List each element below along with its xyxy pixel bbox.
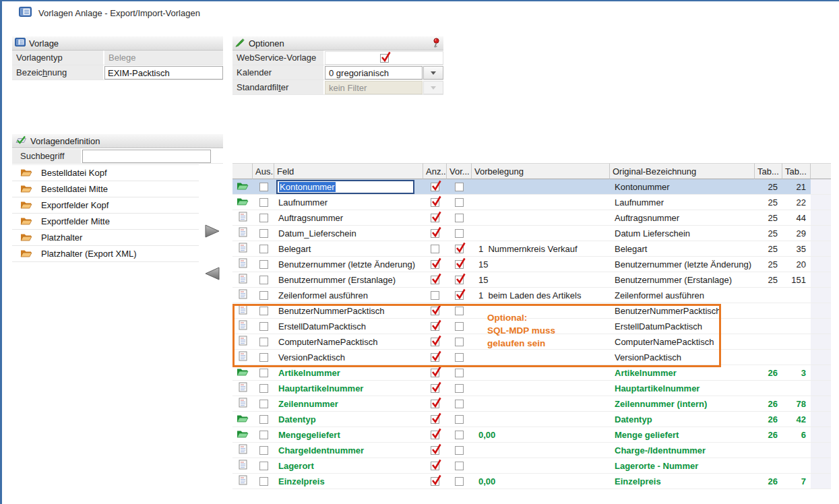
- checkbox[interactable]: [431, 338, 439, 346]
- bezeichnung-input[interactable]: [104, 66, 223, 80]
- column-header[interactable]: Vorbelegung: [472, 163, 610, 179]
- checkbox[interactable]: [455, 229, 464, 238]
- checkbox[interactable]: [431, 400, 439, 408]
- table-row[interactable]: ErstellDatumPacktischErstellDatumPacktis…: [232, 319, 831, 334]
- checkbox[interactable]: [431, 183, 439, 191]
- checkbox[interactable]: [259, 198, 268, 207]
- folder-item[interactable]: Platzhalter: [12, 230, 199, 246]
- checkbox[interactable]: [259, 415, 268, 424]
- checkbox[interactable]: [455, 369, 464, 377]
- checkbox[interactable]: [455, 260, 464, 269]
- table-row[interactable]: ComputerNamePacktischComputerNamePacktis…: [232, 334, 831, 350]
- pushpin-icon[interactable]: [432, 38, 441, 51]
- checkbox[interactable]: [431, 353, 439, 362]
- checkbox[interactable]: [455, 338, 464, 346]
- checkbox[interactable]: [431, 307, 439, 315]
- table-row[interactable]: ChargeIdentnummerCharge-/Identnummer: [232, 443, 831, 458]
- checkbox[interactable]: [455, 431, 464, 439]
- column-header[interactable]: Tab...: [782, 163, 811, 179]
- checkbox[interactable]: [259, 214, 268, 222]
- checkbox[interactable]: [431, 198, 439, 207]
- column-header[interactable]: Aus...: [253, 163, 274, 179]
- checkbox[interactable]: [431, 477, 439, 486]
- checkbox[interactable]: [431, 384, 439, 393]
- webservice-checkbox[interactable]: [380, 54, 389, 63]
- table-row[interactable]: Einzelpreis0,00Einzelpreis267: [232, 474, 831, 489]
- checkbox[interactable]: [455, 307, 464, 315]
- checkbox[interactable]: [259, 183, 268, 191]
- table-row[interactable]: VersionPacktischVersionPacktisch: [232, 350, 831, 365]
- checkbox[interactable]: [259, 384, 268, 393]
- checkbox[interactable]: [455, 291, 464, 300]
- checkbox[interactable]: [431, 431, 439, 439]
- kalender-value[interactable]: 0 gregorianisch: [325, 66, 423, 80]
- table-row[interactable]: LagerortLagerorte - Nummer: [232, 458, 831, 474]
- checkbox[interactable]: [431, 260, 439, 269]
- folder-item[interactable]: Bestelldatei Kopf: [12, 165, 199, 181]
- checkbox[interactable]: [259, 446, 268, 455]
- checkbox[interactable]: [455, 446, 464, 455]
- checkbox[interactable]: [259, 462, 268, 470]
- checkbox[interactable]: [259, 431, 268, 439]
- column-header[interactable]: Original-Bezeichnung: [610, 163, 755, 179]
- folder-item[interactable]: Bestelldatei Mitte: [12, 181, 199, 197]
- checkbox[interactable]: [259, 276, 268, 284]
- feld-inline-editor[interactable]: Kontonummer: [276, 180, 414, 194]
- move-left-button[interactable]: [203, 265, 222, 282]
- table-row[interactable]: DatentypDatentyp2642: [232, 412, 831, 427]
- folder-item[interactable]: Exportfelder Mitte: [12, 214, 199, 230]
- table-row[interactable]: LaufnummerLaufnummer2522: [232, 195, 831, 210]
- table-row[interactable]: Benutzernummer (letzte Änderung)15Benutz…: [232, 257, 831, 272]
- checkbox[interactable]: [455, 322, 464, 331]
- checkbox[interactable]: [259, 245, 268, 253]
- table-row[interactable]: Zeilenformel ausführen1 beim Laden des A…: [232, 288, 831, 303]
- checkbox[interactable]: [431, 229, 439, 238]
- checkbox[interactable]: [259, 322, 268, 331]
- table-row[interactable]: KontonummerKontonummer2521: [232, 179, 831, 195]
- checkbox[interactable]: [455, 214, 464, 222]
- checkbox[interactable]: [431, 462, 439, 470]
- checkbox[interactable]: [455, 183, 464, 191]
- table-row[interactable]: Mengegeliefert0,00Menge geliefert266: [232, 427, 831, 443]
- table-row[interactable]: Datum_LieferscheinDatum Lieferschein2529: [232, 226, 831, 241]
- checkbox[interactable]: [455, 353, 464, 362]
- checkbox[interactable]: [259, 291, 268, 300]
- checkbox[interactable]: [431, 245, 439, 253]
- column-header[interactable]: [232, 163, 253, 179]
- checkbox[interactable]: [455, 198, 464, 207]
- checkbox[interactable]: [259, 260, 268, 269]
- table-row[interactable]: HauptartikelnummerHauptartikelnummer: [232, 381, 831, 396]
- checkbox[interactable]: [455, 477, 464, 486]
- checkbox[interactable]: [259, 400, 268, 408]
- folder-item[interactable]: Platzhalter (Export XML): [12, 246, 199, 262]
- checkbox[interactable]: [259, 229, 268, 238]
- checkbox[interactable]: [431, 369, 439, 377]
- checkbox[interactable]: [455, 276, 464, 284]
- search-input[interactable]: [82, 150, 211, 163]
- checkbox[interactable]: [431, 446, 439, 455]
- checkbox[interactable]: [259, 338, 268, 346]
- column-header[interactable]: Anz...: [423, 163, 447, 179]
- table-row[interactable]: ArtikelnummerArtikelnummer263: [232, 365, 831, 381]
- checkbox[interactable]: [455, 400, 464, 408]
- checkbox[interactable]: [455, 384, 464, 393]
- table-row[interactable]: AuftragsnummerAuftragsnummer2544: [232, 210, 831, 226]
- checkbox[interactable]: [431, 322, 439, 331]
- checkbox[interactable]: [259, 307, 268, 315]
- column-header[interactable]: Vor...: [447, 163, 472, 179]
- checkbox[interactable]: [259, 369, 268, 377]
- table-row[interactable]: BenutzerNummerPacktischBenutzerNummerPac…: [232, 303, 831, 319]
- kalender-dropdown-button[interactable]: [423, 66, 443, 80]
- folder-item[interactable]: Exportfelder Kopf: [12, 197, 199, 214]
- table-row[interactable]: ZeilennummerZeilennummer (intern)2678: [232, 396, 831, 412]
- table-row[interactable]: Benutzernummer (Erstanlage)15Benutzernum…: [232, 272, 831, 288]
- checkbox[interactable]: [431, 415, 439, 424]
- column-header[interactable]: Feld: [274, 163, 423, 179]
- table-row[interactable]: Belegart1 Nummernkreis VerkaufBelegart25…: [232, 241, 831, 257]
- checkbox[interactable]: [259, 477, 268, 486]
- move-right-button[interactable]: [203, 223, 222, 239]
- checkbox[interactable]: [431, 214, 439, 222]
- checkbox[interactable]: [259, 353, 268, 362]
- checkbox[interactable]: [455, 462, 464, 470]
- column-header[interactable]: Tab...: [755, 163, 782, 179]
